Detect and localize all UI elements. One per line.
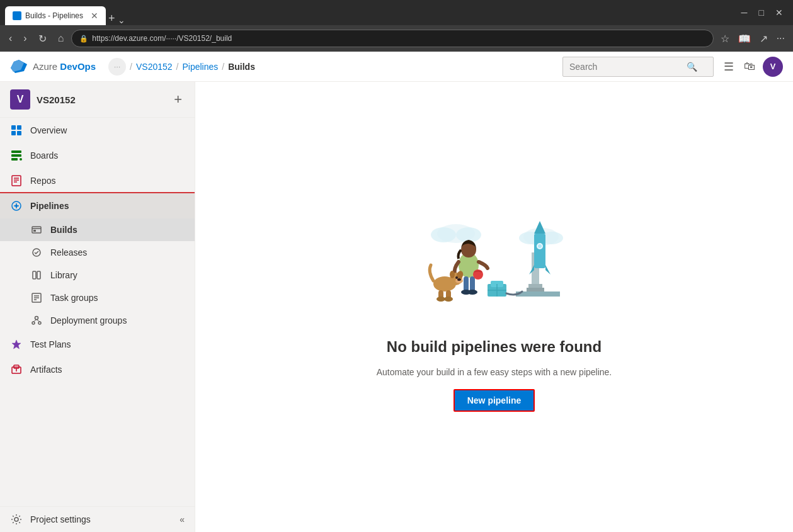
share-icon[interactable]: ↗	[756, 31, 771, 46]
sidebar-item-repos[interactable]: Repos	[0, 168, 195, 193]
svg-point-34	[431, 227, 456, 242]
task-groups-label: Task groups	[50, 293, 98, 303]
active-tab[interactable]: Builds - Pipelines ✕	[5, 6, 106, 25]
tab-close-btn[interactable]: ✕	[91, 11, 98, 21]
breadcrumb-sep-2: /	[176, 62, 179, 72]
main-area: V VS20152 + Overview Boards	[0, 82, 793, 532]
content-area: No build pipelines were found Automate y…	[195, 82, 793, 532]
sidebar-sub-item-builds[interactable]: Builds	[0, 218, 195, 241]
back-button[interactable]: ‹	[5, 30, 16, 47]
sidebar-item-project-settings[interactable]: Project settings «	[0, 507, 195, 532]
svg-rect-41	[527, 288, 544, 291]
svg-rect-19	[37, 271, 40, 279]
svg-point-62	[450, 271, 455, 278]
svg-rect-5	[11, 154, 21, 157]
pipelines-label: Pipelines	[30, 201, 69, 211]
tab-list-button[interactable]: ⌄	[118, 15, 125, 25]
svg-line-28	[37, 320, 40, 322]
svg-point-47	[538, 244, 542, 248]
top-bar: Azure DevOps ··· / VS20152 / Pipelines /…	[0, 52, 793, 82]
test-plans-icon	[10, 338, 23, 351]
browser-chrome: Builds - Pipelines ✕ + ⌄ ─ □ ✕	[0, 0, 793, 25]
svg-rect-8	[12, 176, 21, 186]
boards-label: Boards	[30, 150, 58, 161]
sidebar-sub-item-task-groups[interactable]: Task groups	[0, 286, 195, 309]
new-pipeline-button[interactable]: New pipeline	[454, 389, 535, 412]
builds-icon	[30, 224, 43, 236]
svg-point-7	[20, 158, 22, 161]
project-name: VS20152	[37, 94, 165, 105]
maximize-button[interactable]: □	[754, 6, 769, 19]
marketplace-icon[interactable]: 🛍	[741, 57, 758, 76]
svg-point-65	[455, 276, 458, 279]
tab-favicon	[13, 11, 21, 20]
breadcrumb-sep-1: /	[130, 62, 132, 72]
project-settings-label: Project settings	[30, 514, 172, 524]
svg-rect-6	[11, 158, 18, 161]
address-bar-actions: ☆ 📖 ↗ ···	[717, 31, 788, 46]
read-mode-icon[interactable]: 📖	[735, 31, 754, 46]
overview-icon	[10, 124, 23, 137]
svg-point-24	[35, 317, 38, 320]
releases-icon	[30, 246, 43, 259]
new-tab-button[interactable]: +	[108, 12, 115, 25]
deployment-groups-icon	[30, 314, 43, 327]
svg-point-58	[467, 290, 477, 295]
sidebar-sub-item-deployment-groups[interactable]: Deployment groups	[0, 309, 195, 332]
add-project-button[interactable]: +	[171, 91, 185, 108]
url-display: https://dev.azure.com/·····/VS20152/_bui…	[92, 34, 232, 43]
search-icon-button[interactable]: 🔍	[687, 62, 697, 72]
search-box[interactable]: 🔍	[562, 57, 714, 77]
sidebar-item-test-plans[interactable]: Test Plans	[0, 332, 195, 357]
svg-rect-40	[528, 284, 542, 288]
org-avatar[interactable]: ···	[108, 58, 126, 76]
azure-logo-icon	[10, 58, 28, 76]
sidebar-project-header: V VS20152 +	[0, 82, 195, 118]
sidebar-item-overview[interactable]: Overview	[0, 118, 195, 143]
refresh-button[interactable]: ↻	[35, 30, 50, 47]
svg-rect-18	[33, 271, 36, 279]
browser-tabs: Builds - Pipelines ✕ + ⌄	[5, 0, 125, 25]
search-input[interactable]	[569, 62, 683, 72]
test-plans-label: Test Plans	[30, 339, 71, 349]
svg-rect-3	[17, 131, 21, 135]
sidebar-sub-item-releases[interactable]: Releases	[0, 241, 195, 264]
svg-point-68	[436, 297, 445, 302]
breadcrumb-project[interactable]: VS20152	[136, 62, 173, 72]
builds-label: Builds	[50, 225, 77, 235]
azure-text: Azure DevOps	[33, 61, 96, 72]
svg-rect-16	[33, 230, 36, 232]
address-bar[interactable]: 🔒 https://dev.azure.com/·····/VS20152/_b…	[71, 30, 713, 47]
breadcrumb-current: Builds	[228, 62, 255, 72]
app-layout: Azure DevOps ··· / VS20152 / Pipelines /…	[0, 52, 793, 532]
more-icon[interactable]: ···	[773, 31, 788, 46]
sidebar-sub-item-library[interactable]: Library	[0, 264, 195, 286]
close-button[interactable]: ✕	[770, 6, 788, 19]
repos-icon	[10, 174, 23, 187]
overview-label: Overview	[30, 125, 67, 135]
svg-rect-14	[32, 227, 41, 233]
svg-rect-2	[11, 131, 16, 135]
svg-marker-43	[534, 221, 545, 234]
svg-marker-45	[545, 265, 551, 274]
releases-label: Releases	[50, 247, 87, 258]
azure-devops-logo[interactable]: Azure DevOps	[10, 58, 96, 76]
home-button[interactable]: ⌂	[54, 30, 68, 47]
svg-point-32	[14, 518, 18, 521]
artifacts-icon	[10, 363, 23, 376]
forward-button[interactable]: ›	[20, 30, 30, 47]
minimize-button[interactable]: ─	[736, 6, 753, 19]
settings-icon	[10, 513, 23, 526]
empty-state: No build pipelines were found Automate y…	[351, 177, 637, 437]
sidebar-item-pipelines[interactable]: Pipelines	[0, 193, 195, 218]
user-avatar[interactable]: V	[763, 57, 783, 77]
favorites-icon[interactable]: ☆	[717, 31, 733, 46]
breadcrumb-pipelines[interactable]: Pipelines	[182, 62, 218, 72]
sidebar-item-artifacts[interactable]: Artifacts	[0, 357, 195, 382]
notifications-icon[interactable]: ☰	[721, 57, 736, 76]
collapse-icon[interactable]: «	[180, 514, 185, 524]
sidebar: V VS20152 + Overview Boards	[0, 82, 195, 532]
sidebar-item-boards[interactable]: Boards	[0, 143, 195, 168]
library-icon	[30, 269, 43, 281]
svg-point-64	[457, 278, 461, 281]
